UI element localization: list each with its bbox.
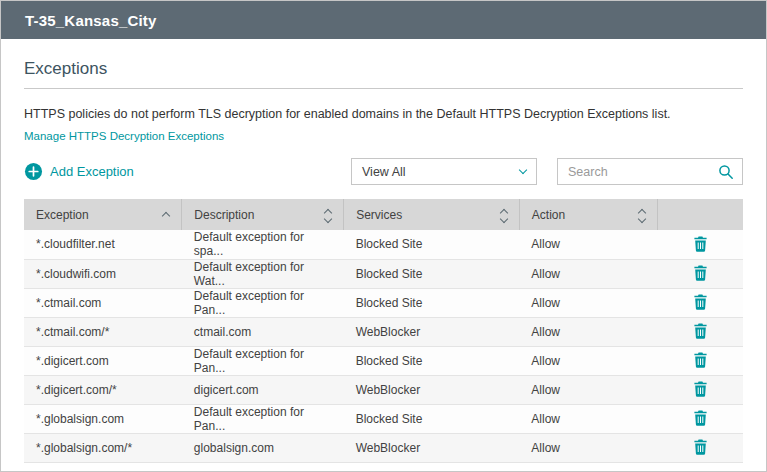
toolbar: Add Exception View All [24, 158, 743, 185]
delete-exception-button[interactable] [689, 321, 712, 341]
view-filter-value: View All [362, 165, 406, 179]
delete-exception-button[interactable] [689, 292, 712, 312]
action-cell: Allow [519, 346, 657, 375]
description-cell: ctmail.com [182, 317, 344, 346]
add-icon [24, 162, 43, 181]
delete-exception-button[interactable] [689, 234, 712, 254]
delete-exception-button[interactable] [689, 263, 712, 283]
delete-exception-button[interactable] [689, 379, 712, 399]
table-row: *.ctmail.com Default exception for Pan..… [24, 288, 743, 317]
description-cell: Default exception for Wat... [182, 259, 344, 288]
page-title: T-35_Kansas_City [25, 12, 157, 29]
action-cell: Allow [519, 259, 657, 288]
table-header-row: Exception Description [24, 199, 743, 230]
add-exception-button[interactable]: Add Exception [24, 162, 134, 181]
exception-link[interactable]: *.digicert.com [24, 346, 182, 375]
exception-link[interactable]: *.globalsign.com/* [24, 433, 182, 462]
exception-link[interactable]: *.ctmail.com/* [24, 317, 182, 346]
exception-link[interactable]: *.digicert.com/* [24, 375, 182, 404]
table-row: *.globalsign.com Default exception for P… [24, 404, 743, 433]
column-header-description[interactable]: Description [182, 199, 344, 230]
table-row: *.ctmail.com/* ctmail.com WebBlocker All… [24, 317, 743, 346]
description-cell: Default exception for Pan... [182, 288, 344, 317]
exception-link[interactable]: *.cloudwifi.com [24, 259, 182, 288]
manage-exceptions-link[interactable]: Manage HTTPS Decryption Exceptions [24, 130, 224, 142]
sort-both-icon [325, 208, 331, 222]
search-icon [718, 164, 734, 180]
search-box [557, 158, 743, 185]
services-cell: Blocked Site [344, 404, 520, 433]
sort-asc-icon [162, 212, 170, 220]
column-header-action-label: Action [532, 208, 565, 222]
delete-exception-button[interactable] [689, 437, 712, 457]
exception-link[interactable]: *.globalsign.com [24, 404, 182, 433]
delete-exception-button[interactable] [689, 408, 712, 428]
action-cell: Allow [519, 433, 657, 462]
action-cell: Allow [519, 230, 657, 259]
exception-link[interactable]: *.cloudfilter.net [24, 230, 182, 259]
exception-link[interactable]: *.ctmail.com [24, 288, 182, 317]
divider [24, 88, 743, 89]
content: Exceptions HTTPS policies do not perform… [1, 39, 766, 471]
column-header-services-label: Services [356, 208, 402, 222]
action-cell: Allow [519, 288, 657, 317]
description-cell: Default exception for Pan... [182, 346, 344, 375]
table-row: *.cloudwifi.com Default exception for Wa… [24, 259, 743, 288]
column-header-description-label: Description [194, 208, 254, 222]
exceptions-table: Exception Description [24, 199, 743, 463]
table-row: *.digicert.com Default exception for Pan… [24, 346, 743, 375]
services-cell: Blocked Site [344, 230, 520, 259]
action-cell: Allow [519, 317, 657, 346]
description-cell: Default exception for spa... [182, 230, 344, 259]
column-header-actions-empty [657, 199, 743, 230]
services-cell: Blocked Site [344, 346, 520, 375]
services-cell: WebBlocker [344, 433, 520, 462]
column-header-exception-label: Exception [36, 208, 89, 222]
services-cell: WebBlocker [344, 317, 520, 346]
action-cell: Allow [519, 375, 657, 404]
section-title: Exceptions [24, 59, 743, 79]
titlebar: T-35_Kansas_City [1, 1, 766, 39]
description-text: HTTPS policies do not perform TLS decryp… [24, 107, 743, 121]
description-cell: digicert.com [182, 375, 344, 404]
services-cell: WebBlocker [344, 375, 520, 404]
table-row: *.cloudfilter.net Default exception for … [24, 230, 743, 259]
description-cell: Default exception for Pan... [182, 404, 344, 433]
search-input[interactable] [568, 165, 718, 179]
sort-both-icon [639, 208, 645, 222]
column-header-exception[interactable]: Exception [24, 199, 182, 230]
table-body: *.cloudfilter.net Default exception for … [24, 230, 743, 462]
column-header-services[interactable]: Services [344, 199, 520, 230]
delete-exception-button[interactable] [689, 350, 712, 370]
services-cell: Blocked Site [344, 288, 520, 317]
action-cell: Allow [519, 404, 657, 433]
services-cell: Blocked Site [344, 259, 520, 288]
table-row: *.digicert.com/* digicert.com WebBlocker… [24, 375, 743, 404]
add-exception-label: Add Exception [50, 164, 134, 179]
sort-both-icon [501, 208, 507, 222]
page: T-35_Kansas_City Exceptions HTTPS polici… [0, 0, 767, 472]
column-header-action[interactable]: Action [519, 199, 657, 230]
chevron-down-icon [519, 166, 527, 174]
description-cell: globalsign.com [182, 433, 344, 462]
view-filter-dropdown[interactable]: View All [351, 158, 537, 185]
table-row: *.globalsign.com/* globalsign.com WebBlo… [24, 433, 743, 462]
